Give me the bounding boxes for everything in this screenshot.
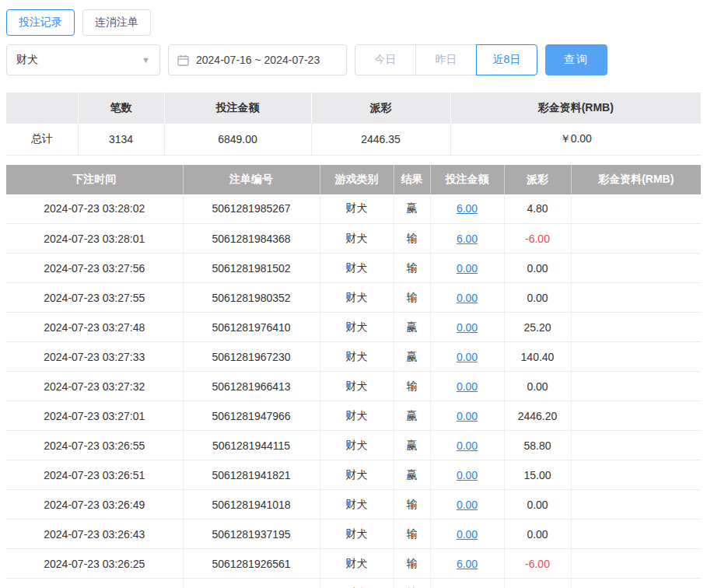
cell-game: 财犬 xyxy=(320,342,394,372)
cell-bonus xyxy=(571,283,701,313)
game-select[interactable]: 财犬 ▼ xyxy=(6,44,160,75)
cell-bonus xyxy=(571,490,701,520)
cell-payout: 4.80 xyxy=(504,194,571,224)
cell-time: 2024-07-23 03:26:25 xyxy=(6,549,183,579)
cell-result: 赢 xyxy=(394,313,430,342)
cell-result: 赢 xyxy=(394,431,430,460)
bet-amount-link[interactable]: 0.00 xyxy=(457,292,478,304)
bet-amount-link[interactable]: 0.00 xyxy=(457,410,478,422)
search-button[interactable]: 查询 xyxy=(545,44,607,75)
bet-amount-link[interactable]: 0.00 xyxy=(457,321,478,334)
cell-bet: 0.00 xyxy=(430,401,504,431)
cell-bet: 6.00 xyxy=(430,224,504,254)
tab-bet-records[interactable]: 投注记录 xyxy=(6,9,75,36)
table-row: 2024-07-23 03:26:495061281941018财犬输0.000… xyxy=(6,490,701,520)
bet-table-header-row: 下注时间 注单编号 游戏类别 结果 投注金额 派彩 彩金资料(RMB) xyxy=(6,165,701,194)
calendar-icon xyxy=(177,54,189,66)
cell-bonus xyxy=(571,520,701,549)
cell-bet: 0.00 xyxy=(430,520,504,549)
date-range-picker[interactable]: 2024-07-16 ~ 2024-07-23 xyxy=(168,44,347,75)
cell-order_id: 5061281985267 xyxy=(183,194,320,224)
cell-payout: 0.00 xyxy=(504,490,571,520)
header-result: 结果 xyxy=(394,165,430,194)
cell-bonus xyxy=(571,549,701,579)
cell-payout: 2446.20 xyxy=(504,401,571,431)
cell-time: 2024-07-23 03:26:51 xyxy=(6,460,183,490)
bet-amount-link[interactable]: 0.00 xyxy=(457,380,478,393)
summary-total-bet-amount: 6849.00 xyxy=(164,124,311,155)
cell-result: 输 xyxy=(394,549,430,579)
cell-payout: -6.00 xyxy=(504,579,571,588)
bet-amount-link[interactable]: 0.00 xyxy=(457,262,478,275)
cell-order_id: 5061281925717 xyxy=(183,579,320,588)
cell-bet: 0.00 xyxy=(430,490,504,520)
cell-order_id: 5061281967230 xyxy=(183,342,320,372)
cell-bet: 6.00 xyxy=(430,194,504,224)
cell-order_id: 5061281941821 xyxy=(183,460,320,490)
cell-payout: 0.00 xyxy=(504,283,571,313)
cell-order_id: 5061281944115 xyxy=(183,431,320,460)
bet-table-body: 2024-07-23 03:28:025061281985267财犬赢6.004… xyxy=(6,194,701,588)
header-bet-amount: 投注金额 xyxy=(430,165,504,194)
cell-bonus xyxy=(571,254,701,283)
cell-result: 输 xyxy=(394,372,430,401)
cell-payout: 25.20 xyxy=(504,313,571,342)
cell-order_id: 5061281926561 xyxy=(183,549,320,579)
cell-bet: 0.00 xyxy=(430,460,504,490)
bet-amount-link[interactable]: 6.00 xyxy=(457,558,478,570)
cell-time: 2024-07-23 03:28:01 xyxy=(6,224,183,254)
cell-time: 2024-07-23 03:26:49 xyxy=(6,490,183,520)
cell-game: 财犬 xyxy=(320,401,394,431)
summary-total-row: 总计 3134 6849.00 2446.35 ￥0.00 xyxy=(6,124,701,155)
cell-result: 赢 xyxy=(394,460,430,490)
cell-time: 2024-07-23 03:26:24 xyxy=(6,579,183,588)
table-row: 2024-07-23 03:27:015061281947966财犬赢0.002… xyxy=(6,401,701,431)
quick-btn-today[interactable]: 今日 xyxy=(355,44,416,75)
cell-bonus xyxy=(571,224,701,254)
cell-bonus xyxy=(571,372,701,401)
bet-table: 下注时间 注单编号 游戏类别 结果 投注金额 派彩 彩金资料(RMB) 2024… xyxy=(6,165,701,588)
header-payout: 派彩 xyxy=(504,165,571,194)
cell-bet: 0.00 xyxy=(430,254,504,283)
bet-amount-link[interactable]: 6.00 xyxy=(457,233,478,245)
summary-header-bonus: 彩金资料(RMB) xyxy=(450,93,701,124)
header-game-type: 游戏类别 xyxy=(320,165,394,194)
cell-order_id: 5061281980352 xyxy=(183,283,320,313)
cell-game: 财犬 xyxy=(320,579,394,588)
table-row: 2024-07-23 03:28:025061281985267财犬赢6.004… xyxy=(6,194,701,224)
bet-amount-link[interactable]: 0.00 xyxy=(457,499,478,511)
cell-game: 财犬 xyxy=(320,520,394,549)
cell-result: 输 xyxy=(394,224,430,254)
cell-bet: 0.00 xyxy=(430,372,504,401)
quick-btn-last8days[interactable]: 近8日 xyxy=(476,44,537,75)
bet-amount-link[interactable]: 0.00 xyxy=(457,351,478,363)
bet-amount-link[interactable]: 0.00 xyxy=(457,469,478,481)
top-tabs: 投注记录 连消注单 xyxy=(6,9,701,36)
cell-bonus xyxy=(571,579,701,588)
cell-payout: -6.00 xyxy=(504,549,571,579)
cell-payout: 0.00 xyxy=(504,372,571,401)
bet-amount-link[interactable]: 0.00 xyxy=(457,439,478,452)
cell-game: 财犬 xyxy=(320,431,394,460)
cell-time: 2024-07-23 03:27:32 xyxy=(6,372,183,401)
cell-game: 财犬 xyxy=(320,372,394,401)
cell-bonus xyxy=(571,431,701,460)
cell-result: 赢 xyxy=(394,401,430,431)
table-row: 2024-07-23 03:27:325061281966413财犬输0.000… xyxy=(6,372,701,401)
header-order-id: 注单编号 xyxy=(183,165,320,194)
tab-cancelled-orders[interactable]: 连消注单 xyxy=(82,9,151,36)
cell-game: 财犬 xyxy=(320,460,394,490)
cell-bet: 6.00 xyxy=(430,579,504,588)
cell-game: 财犬 xyxy=(320,254,394,283)
cell-order_id: 5061281966413 xyxy=(183,372,320,401)
bet-amount-link[interactable]: 6.00 xyxy=(457,202,478,215)
cell-payout: 140.40 xyxy=(504,342,571,372)
cell-order_id: 5061281976410 xyxy=(183,313,320,342)
header-bonus: 彩金资料(RMB) xyxy=(571,165,701,194)
bet-amount-link[interactable]: 0.00 xyxy=(457,528,478,541)
quick-btn-yesterday[interactable]: 昨日 xyxy=(415,44,477,75)
cell-game: 财犬 xyxy=(320,194,394,224)
summary-total-payout: 2446.35 xyxy=(311,124,450,155)
cell-bonus xyxy=(571,342,701,372)
summary-header-bet-amount: 投注金额 xyxy=(164,93,311,124)
